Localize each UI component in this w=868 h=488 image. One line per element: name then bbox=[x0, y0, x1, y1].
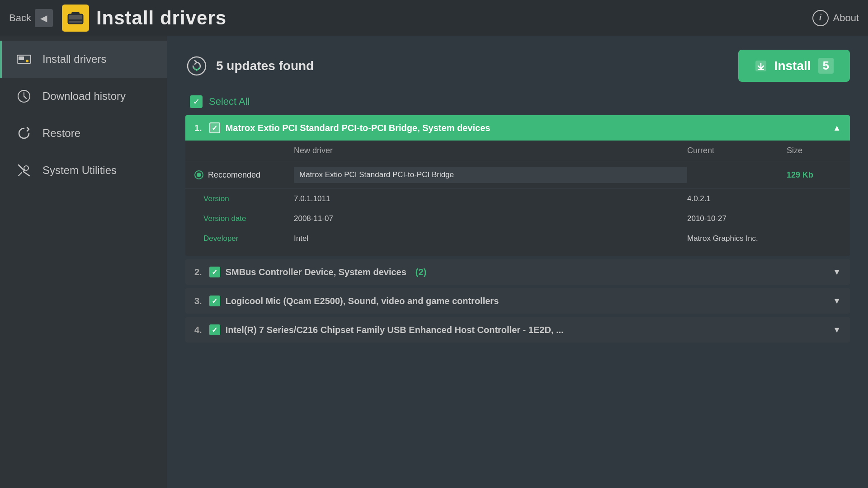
driver-checkbox-4[interactable]: ✓ bbox=[209, 324, 220, 335]
install-count: 5 bbox=[818, 58, 834, 74]
developer-label: Developer bbox=[194, 231, 294, 246]
version-label: Version bbox=[194, 192, 294, 206]
svg-line-11 bbox=[19, 173, 22, 176]
driver-table-header: New driver Current Size bbox=[185, 141, 850, 161]
driver-version-date-row: Version date 2008-11-07 2010-10-27 bbox=[185, 209, 850, 229]
sidebar: Install drivers Download history Restore bbox=[0, 36, 167, 488]
version-date-current: 2010-10-27 bbox=[687, 214, 787, 223]
driver-header-2[interactable]: 2. ✓ SMBus Controller Device, System dev… bbox=[185, 259, 850, 285]
driver-checkbox-3[interactable]: ✓ bbox=[209, 296, 220, 306]
app-icon bbox=[62, 5, 89, 32]
driver-body-1: New driver Current Size Reccomended Matr… bbox=[185, 141, 850, 256]
version-new: 7.0.1.1011 bbox=[294, 194, 687, 203]
version-date-new: 2008-11-07 bbox=[294, 214, 687, 223]
updates-header: 5 updates found Install 5 bbox=[185, 50, 850, 82]
sidebar-label-download-history: Download history bbox=[42, 90, 126, 103]
driver-item-3: 3. ✓ Logicool Mic (Qcam E2500), Sound, v… bbox=[185, 288, 850, 314]
sidebar-item-system-utilities[interactable]: System Utilities bbox=[0, 152, 167, 189]
driver-name-2: SMBus Controller Device, System devices bbox=[226, 267, 406, 277]
version-date-label: Version date bbox=[194, 211, 294, 226]
driver-checkbox-2[interactable]: ✓ bbox=[209, 267, 220, 277]
select-all-row: ✓ Select All bbox=[185, 95, 850, 108]
sidebar-item-install-drivers[interactable]: Install drivers bbox=[0, 41, 167, 78]
install-button[interactable]: Install 5 bbox=[738, 50, 850, 82]
sidebar-label-restore: Restore bbox=[42, 127, 80, 140]
sidebar-item-download-history[interactable]: Download history bbox=[0, 78, 167, 115]
developer-current: Matrox Graphics Inc. bbox=[687, 234, 787, 243]
driver-name-3: Logicool Mic (Qcam E2500), Sound, video … bbox=[226, 296, 499, 306]
driver-item-4: 4. ✓ Intel(R) 7 Series/C216 Chipset Fami… bbox=[185, 317, 850, 343]
version-current: 4.0.2.1 bbox=[687, 194, 787, 203]
sidebar-label-install-drivers: Install drivers bbox=[42, 53, 106, 66]
driver-name-1: Matrox Extio PCI Standard PCI-to-PCI Bri… bbox=[226, 123, 491, 133]
col-current: Current bbox=[687, 146, 787, 155]
driver-developer-row: Developer Intel Matrox Graphics Inc. bbox=[185, 229, 850, 249]
page-title: Install drivers bbox=[96, 7, 226, 29]
select-all-checkbox[interactable]: ✓ bbox=[190, 95, 203, 108]
chevron-down-icon-2: ▼ bbox=[833, 267, 841, 277]
svg-rect-1 bbox=[69, 15, 82, 19]
driver-num-1: 1. bbox=[194, 123, 202, 133]
select-all-label[interactable]: Select All bbox=[209, 96, 250, 108]
driver-num-4: 4. bbox=[194, 325, 202, 335]
driver-header-3[interactable]: 3. ✓ Logicool Mic (Qcam E2500), Sound, v… bbox=[185, 288, 850, 314]
chevron-up-icon-1: ▲ bbox=[833, 123, 841, 133]
chevron-down-icon-3: ▼ bbox=[833, 296, 841, 306]
updates-icon bbox=[185, 55, 208, 77]
developer-new: Intel bbox=[294, 234, 687, 243]
driver-checkbox-1[interactable]: ✓ bbox=[209, 122, 220, 133]
sidebar-item-restore[interactable]: Restore bbox=[0, 115, 167, 152]
chevron-down-icon-4: ▼ bbox=[833, 325, 841, 335]
info-icon: i bbox=[812, 10, 829, 26]
driver-name-cell: Matrox Extio PCI Standard PCI-to-PCI Bri… bbox=[294, 167, 687, 183]
updates-found-text: 5 updates found bbox=[216, 59, 314, 73]
restore-icon bbox=[15, 125, 33, 142]
svg-point-6 bbox=[26, 60, 28, 62]
install-label: Install bbox=[774, 59, 811, 73]
main-content: 5 updates found Install 5 ✓ Select All 1… bbox=[167, 36, 868, 488]
download-history-icon bbox=[15, 88, 33, 105]
driver-count-2: (2) bbox=[415, 267, 426, 277]
driver-num-3: 3. bbox=[194, 296, 202, 306]
updates-found: 5 updates found bbox=[185, 55, 314, 77]
back-arrow-icon: ◀ bbox=[35, 9, 53, 27]
app-layout: Install drivers Download history Restore bbox=[0, 36, 868, 488]
svg-point-12 bbox=[188, 57, 206, 75]
svg-rect-2 bbox=[69, 21, 82, 23]
driver-header-1[interactable]: 1. ✓ Matrox Extio PCI Standard PCI-to-PC… bbox=[185, 115, 850, 141]
radio-inner bbox=[197, 173, 201, 177]
driver-header-4[interactable]: 4. ✓ Intel(R) 7 Series/C216 Chipset Fami… bbox=[185, 317, 850, 343]
svg-rect-3 bbox=[71, 12, 80, 15]
svg-point-10 bbox=[24, 166, 28, 170]
driver-version-row: Version 7.0.1.1011 4.0.2.1 bbox=[185, 189, 850, 209]
col-new-driver: New driver bbox=[294, 146, 687, 155]
driver-recommended-row: Reccomended Matrox Extio PCI Standard PC… bbox=[185, 161, 850, 189]
sidebar-label-system-utilities: System Utilities bbox=[42, 164, 117, 177]
about-button[interactable]: i About bbox=[812, 10, 859, 26]
svg-rect-5 bbox=[19, 56, 24, 60]
driver-item-1: 1. ✓ Matrox Extio PCI Standard PCI-to-PC… bbox=[185, 115, 850, 256]
driver-name-4: Intel(R) 7 Series/C216 Chipset Family US… bbox=[226, 325, 564, 335]
back-label: Back bbox=[9, 12, 31, 24]
driver-num-2: 2. bbox=[194, 267, 202, 277]
recommended-cell[interactable]: Reccomended bbox=[194, 170, 294, 180]
about-label: About bbox=[833, 12, 859, 24]
driver-size: 129 Kb bbox=[787, 170, 841, 180]
back-button[interactable]: Back ◀ bbox=[9, 9, 53, 27]
driver-item-2: 2. ✓ SMBus Controller Device, System dev… bbox=[185, 259, 850, 285]
install-drivers-icon bbox=[15, 51, 33, 68]
col-size: Size bbox=[787, 146, 841, 155]
radio-button[interactable] bbox=[194, 170, 203, 179]
recommended-label: Reccomended bbox=[208, 170, 260, 180]
app-header: Back ◀ Install drivers i About bbox=[0, 0, 868, 36]
svg-line-9 bbox=[24, 172, 29, 176]
system-utilities-icon bbox=[15, 162, 33, 179]
